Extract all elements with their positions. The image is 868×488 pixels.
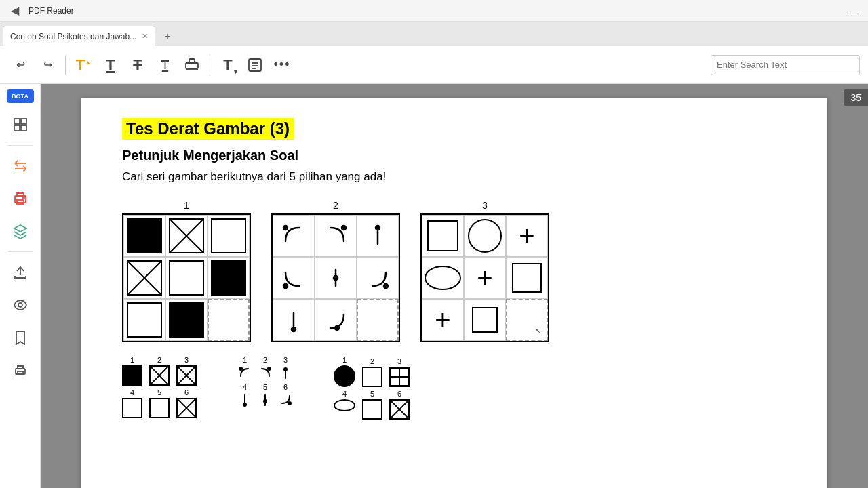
white-square [512,263,542,293]
puzzle-2-grid [271,214,400,342]
redo-button[interactable]: ↪ [35,53,60,77]
answer-item: 1 [237,356,252,380]
svg-point-29 [239,367,242,370]
puzzle-cell [165,215,208,257]
plus-shape: + [435,306,450,333]
text-strikethrough-button[interactable]: T [125,53,150,77]
answer-item: 3 [389,357,410,387]
sidebar-item-export[interactable] [5,258,35,287]
section-title: Tes Derat Gambar (3) [122,118,294,140]
sidebar-separator-1 [8,145,33,146]
sidebar-item-print2[interactable] [5,355,35,385]
white-square-sm [472,307,498,333]
svg-point-37 [288,402,291,405]
puzzle-cell [422,215,464,257]
svg-point-34 [243,403,246,406]
x-square-sm [176,398,197,418]
undo-button[interactable]: ↩ [8,53,33,77]
sidebar-item-bookmark[interactable] [5,323,35,352]
x-square-sm [389,399,410,420]
puzzle-cell: + [464,257,506,299]
puzzle-2: 2 [271,200,400,342]
answer-item: 4 [122,388,142,418]
back-button[interactable]: ◀ [5,1,24,20]
sidebar-item-view[interactable] [5,290,35,320]
tab-document[interactable]: Contoh Soal Psikotes dan Jawab... ✕ [3,26,155,46]
svg-point-25 [384,284,388,288]
x-square [169,218,204,253]
pdf-page: Tes Derat Gambar (3) Petunjuk Mengerjaka… [81,98,827,488]
more-button[interactable]: ••• [270,53,294,77]
sidebar-item-grid[interactable] [5,110,35,140]
new-tab-button[interactable]: + [158,27,177,46]
puzzle-cell [357,215,399,257]
answer-item: 4 [237,383,252,407]
puzzle-cell [315,215,357,257]
svg-point-21 [376,226,380,230]
minimize-button[interactable]: — [844,1,863,20]
tab-bar: Contoh Soal Psikotes dan Jawab... ✕ + [0,22,868,46]
svg-rect-9 [14,125,20,131]
answer-item: 2 [258,356,273,380]
puzzle-cell-answer [208,299,250,341]
answer-item: 2 [149,356,170,386]
answer-item: 5 [149,388,170,418]
puzzle-1-number: 1 [184,200,189,211]
sidebar-item-print[interactable] [5,184,35,214]
answer-options-1: 1 2 3 4 [122,356,197,420]
sidebar-item-layers[interactable] [5,216,35,246]
text-highlight-button[interactable]: T▲ [71,53,96,77]
toolbar-separator-1 [65,56,66,75]
svg-point-30 [268,367,271,370]
white-square [169,260,204,296]
svg-point-27 [292,327,296,331]
puzzle-cell [357,257,399,299]
tab-label: Contoh Soal Psikotes dan Jawab... [10,32,136,41]
white-square [211,218,246,253]
svg-rect-7 [14,119,20,124]
white-square-sm [149,398,170,418]
svg-rect-10 [21,125,26,131]
tab-close-button[interactable]: ✕ [142,32,148,41]
toolbar: ↩ ↪ T▲ T T T̲ T▾ ••• [0,46,868,84]
puzzle-cell [315,257,357,299]
svg-rect-8 [21,119,26,124]
puzzle-cell [208,257,250,299]
puzzle-cell: + [506,215,548,257]
attach-button[interactable] [243,53,267,77]
answer-item: 3 [176,356,197,386]
puzzle-cell [273,299,315,341]
x-square-sm [176,365,197,386]
white-square [127,302,162,338]
svg-point-15 [18,303,22,307]
title-bar: ◀ PDF Reader — [0,0,868,22]
svg-point-28 [335,326,339,330]
underline-tool-button[interactable]: T̲ [153,53,177,77]
puzzle-cell [273,215,315,257]
puzzle-cell [208,215,250,257]
page-number-badge: 35 [844,89,868,106]
white-square-sm [362,399,382,420]
svg-point-18 [283,226,288,230]
stamp-button[interactable] [180,53,204,77]
svg-rect-12 [17,200,24,204]
white-square-sm [362,367,382,387]
puzzle-cell [123,299,165,341]
white-square-sm [122,398,142,418]
text-tool-button[interactable]: T▾ [216,53,240,77]
puzzle-cell: + [422,299,464,341]
sidebar-separator-2 [8,251,33,252]
toolbar-separator-2 [210,56,210,75]
search-input[interactable] [711,55,860,75]
answer-item: 5 [362,390,382,420]
text-underline-button[interactable]: T [98,53,123,77]
puzzle-cell [315,299,357,341]
puzzle-cell [123,257,165,299]
sidebar-item-exchange[interactable] [5,151,35,181]
puzzle-cell [464,215,506,257]
puzzles-row: 1 [122,200,787,342]
puzzle-1-grid [122,214,251,342]
black-square [127,218,162,253]
answer-item: 1 [122,356,142,386]
subtitle: Petunjuk Mengerjakan Soal [122,148,787,163]
